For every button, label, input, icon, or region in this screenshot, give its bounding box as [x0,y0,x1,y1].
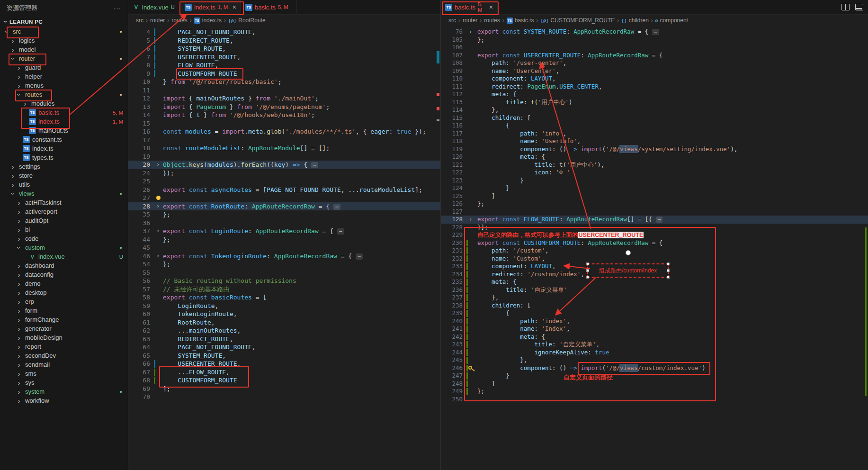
tree-item-guard[interactable]: ›guard [0,63,128,72]
line-number[interactable]: 241 [441,325,463,333]
tree-item-routes[interactable]: ›routes● [0,90,128,99]
tree-item-logics[interactable]: ›logics [0,36,128,45]
tree-item-mobileDesign[interactable]: ›mobileDesign [0,333,128,342]
chevron-right-icon[interactable]: › [15,73,23,80]
line-number[interactable]: 45 [128,244,150,252]
line-number[interactable]: 229 [441,231,463,239]
line-number[interactable]: 12 [128,94,150,103]
chevron-right-icon[interactable]: › [15,371,23,377]
line-number[interactable]: 6 [128,45,150,53]
chevron-right-icon[interactable]: › [15,316,23,323]
tree-item-store[interactable]: ›store [0,171,128,180]
tree-item-basic.ts[interactable]: TSbasic.ts5, M [0,108,128,117]
chevron-right-icon[interactable]: › [15,298,23,305]
tab-basic.ts[interactable]: TSbasic.ts5, M× [441,0,498,14]
line-number[interactable]: 14 [128,111,150,119]
tree-item-index.ts[interactable]: TSindex.ts [0,144,128,153]
line-number[interactable]: 248 [441,380,463,388]
line-number[interactable]: 5 [128,36,150,45]
folded-ellipsis[interactable]: ⋯ [333,204,340,210]
split-editor-button[interactable] [841,4,850,10]
tree-item-menus[interactable]: ›menus [0,81,128,90]
chevron-right-icon[interactable]: › [15,262,23,269]
line-number[interactable]: 20 [128,161,150,169]
breadcrumb-item-src[interactable]: src [136,17,143,24]
line-number[interactable]: 127 [441,208,463,216]
tree-item-bi[interactable]: ›bi [0,225,128,234]
project-root[interactable]: › LEARUN PC [0,16,128,27]
line-number[interactable]: 128 [441,216,463,224]
chevron-right-icon[interactable]: › [15,199,23,206]
line-number[interactable]: 123 [441,177,463,185]
line-number[interactable]: 76 [441,28,463,36]
chevron-right-icon[interactable]: › [21,100,29,107]
tree-item-sms[interactable]: ›sms [0,369,128,378]
folded-ellipsis[interactable]: ⋯ [356,253,363,260]
folded-ellipsis[interactable]: ⋯ [337,228,344,235]
tree-item-types.ts[interactable]: TStypes.ts [0,153,128,162]
line-number[interactable]: 64 [128,343,150,352]
line-number[interactable]: 246 [441,364,463,372]
line-number[interactable]: 126 [441,200,463,208]
breadcrumb-item-CUSTOMFORM_ROUTE[interactable]: [@]CUSTOMFORM_ROUTE [540,17,615,24]
line-number[interactable]: 67 [128,368,150,377]
breadcrumb-item-routes[interactable]: routes [171,17,187,24]
line-number[interactable]: 54 [128,260,150,269]
chevron-right-icon[interactable]: › [9,181,17,188]
line-number[interactable]: 19 [128,153,150,161]
line-number[interactable]: 17 [128,136,150,145]
close-icon[interactable]: × [233,3,236,11]
line-number[interactable]: 35 [128,210,150,219]
tree-item-modules[interactable]: ›modules [0,99,128,108]
tree-item-model[interactable]: ›model [0,45,128,54]
chevron-down-icon[interactable]: › [16,244,22,252]
explorer-more-button[interactable]: ··· [114,5,121,12]
line-number[interactable]: 18 [128,144,150,153]
line-number[interactable]: 11 [128,86,150,95]
lightbulb-icon[interactable] [156,196,161,200]
tree-item-auditOpt[interactable]: ›auditOpt [0,216,128,225]
chevron-right-icon[interactable]: › [15,389,23,395]
fold-chevron-icon[interactable]: › [156,252,160,261]
tree-item-erp[interactable]: ›erp [0,297,128,306]
chevron-right-icon[interactable]: › [15,208,23,215]
breadcrumb-item-RootRoute[interactable]: [@]RootRoute [228,17,266,24]
chevron-right-icon[interactable]: › [15,289,23,296]
tree-item-views[interactable]: ›views● [0,189,128,198]
line-number[interactable]: 69 [128,385,150,393]
line-number[interactable]: 36 [128,219,150,227]
line-number[interactable]: 235 [441,278,463,286]
tree-item-demo[interactable]: ›demo [0,279,128,288]
line-number[interactable]: 244 [441,349,463,357]
chevron-right-icon[interactable]: › [15,334,23,341]
tree-item-index.ts[interactable]: TSindex.ts1, M [0,117,128,126]
line-number[interactable]: 55 [128,269,150,277]
line-number[interactable]: 125 [441,192,463,200]
line-number[interactable]: 60 [128,310,150,318]
chevron-right-icon[interactable]: › [15,64,23,71]
line-number[interactable]: 243 [441,341,463,349]
line-number[interactable]: 15 [128,119,150,128]
chevron-right-icon[interactable]: › [9,163,17,170]
line-number[interactable]: 63 [128,335,150,343]
tree-item-code[interactable]: ›code [0,234,128,243]
chevron-right-icon[interactable]: › [15,235,23,242]
line-number[interactable]: 240 [441,317,463,325]
breadcrumb-item-src[interactable]: src [448,17,456,24]
line-number[interactable]: 242 [441,333,463,341]
line-number[interactable]: 234 [441,271,463,279]
fold-chevron-icon[interactable]: › [156,161,160,169]
chevron-right-icon[interactable]: › [15,380,23,386]
chevron-right-icon[interactable]: › [15,217,23,224]
line-number[interactable]: 245 [441,356,463,364]
tree-item-generator[interactable]: ›generator [0,324,128,333]
tab-index.vue[interactable]: Vindex.vueU [128,0,180,14]
line-number[interactable]: 111 [441,83,463,91]
tree-item-utils[interactable]: ›utils [0,180,128,189]
tree-item-activereport[interactable]: ›activereport [0,207,128,216]
layout-button[interactable] [855,4,863,10]
line-number[interactable]: 27 [128,194,150,202]
line-number[interactable]: 70 [128,393,150,401]
chevron-down-icon[interactable]: › [9,55,16,63]
line-number[interactable]: 114 [441,106,463,114]
